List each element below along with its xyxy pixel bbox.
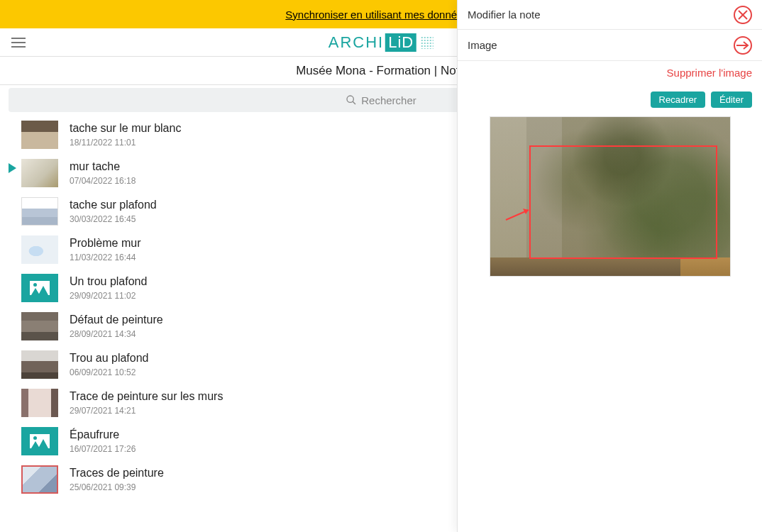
note-date: 06/09/2021 10:52	[70, 367, 148, 377]
app-logo: ARCHI LiD	[328, 33, 434, 52]
note-title: tache sur plafond	[70, 199, 157, 211]
note-date: 29/09/2021 11:02	[70, 291, 147, 301]
edit-note-panel: Modifier la note Image Supprimer l'image…	[457, 0, 762, 532]
note-date: 25/06/2021 09:39	[70, 482, 164, 492]
note-text: tache sur plafond30/03/2022 16:45	[70, 197, 157, 224]
note-text: tache sur le mur blanc18/11/2022 11:01	[70, 121, 181, 148]
note-text: Problème mur11/03/2022 16:44	[70, 235, 140, 262]
placeholder-image-icon	[30, 281, 50, 295]
close-button[interactable]	[734, 6, 752, 24]
note-text: Défaut de peinture28/09/2021 14:34	[70, 312, 163, 339]
note-title: tache sur le mur blanc	[70, 122, 181, 135]
note-date: 07/04/2022 16:18	[70, 176, 136, 186]
note-date: 28/09/2021 14:34	[70, 329, 163, 339]
svg-point-0	[347, 96, 353, 102]
note-thumbnail	[21, 235, 58, 264]
note-thumbnail	[21, 465, 58, 494]
note-text: mur tache07/04/2022 16:18	[70, 159, 136, 186]
placeholder-image-icon	[30, 434, 50, 448]
note-title: Défaut de peinture	[70, 314, 163, 326]
note-thumbnail	[21, 389, 58, 417]
arrow-right-icon	[736, 40, 749, 50]
sync-banner-text: Synchroniser en utilisant mes données c	[285, 9, 476, 21]
panel-section-label: Image	[468, 39, 497, 51]
note-text: Un trou plafond29/09/2021 11:02	[70, 274, 147, 301]
note-title: Un trou plafond	[70, 275, 147, 288]
delete-image-link[interactable]: Supprimer l'image	[468, 67, 752, 79]
edit-button[interactable]: Éditer	[711, 92, 752, 108]
annotation-rectangle	[529, 145, 717, 259]
note-title: Trou au plafond	[70, 352, 148, 365]
active-indicator-icon	[9, 163, 16, 173]
crop-button[interactable]: Recadrer	[651, 92, 705, 108]
annotation-arrow-icon	[504, 206, 533, 223]
breadcrumb-text: Musée Mona - Formation | Note	[296, 64, 466, 78]
panel-header: Modifier la note	[458, 0, 762, 30]
image-floor	[680, 257, 730, 276]
note-date: 29/07/2021 14:21	[70, 406, 223, 416]
svg-line-1	[353, 101, 355, 104]
note-text: Trace de peinture sur les murs29/07/2021…	[70, 389, 223, 416]
note-text: Trou au plafond06/09/2021 10:52	[70, 350, 148, 377]
menu-button[interactable]	[11, 34, 28, 51]
panel-actions: Supprimer l'image Recadrer Éditer	[458, 61, 762, 108]
note-thumbnail	[21, 274, 58, 302]
note-image[interactable]	[490, 116, 731, 277]
logo-part2: LiD	[385, 33, 416, 52]
next-button[interactable]	[734, 36, 752, 55]
search-placeholder: Rechercher	[361, 94, 416, 106]
logo-dots-icon	[421, 36, 434, 49]
note-thumbnail	[21, 121, 58, 149]
note-date: 30/03/2022 16:45	[70, 214, 157, 224]
note-text: Épaufrure16/07/2021 17:26	[70, 427, 136, 454]
note-thumbnail	[21, 312, 58, 340]
search-icon	[346, 94, 357, 106]
note-title: Problème mur	[70, 237, 140, 250]
panel-section-header: Image	[458, 30, 762, 61]
note-title: Trace de peinture sur les murs	[70, 390, 223, 403]
note-date: 18/11/2022 11:01	[70, 138, 181, 148]
note-title: Épaufrure	[70, 428, 136, 441]
note-thumbnail	[21, 197, 58, 226]
note-date: 11/03/2022 16:44	[70, 253, 140, 262]
logo-part1: ARCHI	[328, 33, 384, 52]
panel-title: Modifier la note	[468, 9, 541, 21]
close-icon	[738, 10, 748, 20]
note-thumbnail	[21, 350, 58, 379]
note-thumbnail	[21, 427, 58, 455]
note-thumbnail	[21, 159, 58, 187]
note-title: Traces de peinture	[70, 467, 164, 480]
note-date: 16/07/2021 17:26	[70, 444, 136, 454]
note-title: mur tache	[70, 160, 136, 173]
note-text: Traces de peinture25/06/2021 09:39	[70, 465, 164, 492]
